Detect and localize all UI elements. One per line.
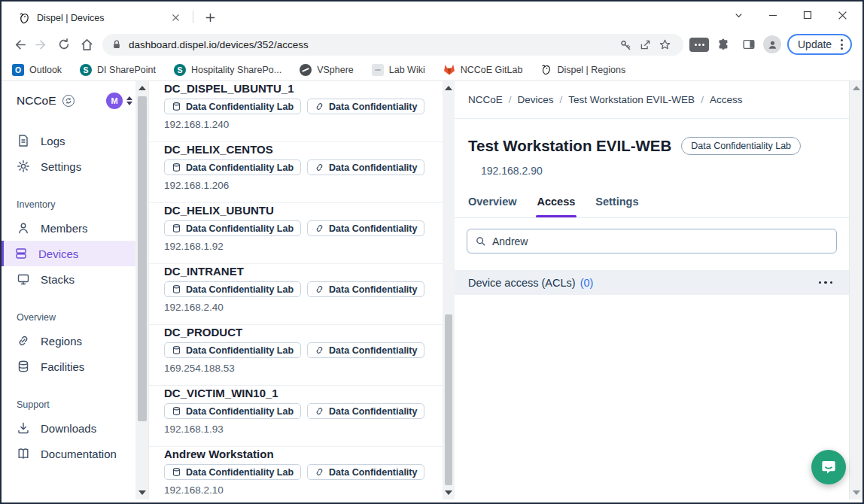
minimize-button[interactable]: [756, 2, 790, 29]
page-title: Test Workstation EVIL-WEB: [468, 137, 671, 155]
bookmark-dispel-regions[interactable]: Dispel | Regions: [540, 64, 625, 75]
device-list: DC_DISPEL_UBUNTU_1 Data Confidentiality …: [149, 81, 443, 499]
back-icon[interactable]: [8, 33, 30, 56]
device-row-dc-intranet[interactable]: DC_INTRANET Data Confidentiality Lab Dat…: [149, 264, 443, 325]
new-tab-button[interactable]: [200, 8, 220, 27]
device-row-andrew-workstation[interactable]: Andrew Workstation Data Confidentiality …: [149, 447, 443, 499]
browser-tab[interactable]: Dispel | Devices: [9, 5, 188, 30]
maximize-button[interactable]: [790, 2, 825, 29]
sidebar-item-members[interactable]: Members: [17, 215, 135, 241]
book-icon: [17, 447, 30, 460]
scrollbar-thumb[interactable]: [138, 96, 147, 421]
extensions-puzzle-icon[interactable]: [712, 33, 735, 56]
breadcrumb-devices[interactable]: Devices: [518, 94, 554, 105]
device-list-scrollbar[interactable]: [443, 81, 455, 499]
bookmark-vsphere[interactable]: VSphere: [300, 64, 354, 76]
download-icon: [17, 421, 30, 435]
breadcrumb: NCCoE / Devices / Test Workstation EVIL-…: [455, 81, 849, 119]
device-row-dc-product[interactable]: DC_PRODUCT Data Confidentiality Lab Data…: [149, 325, 443, 386]
sidebar-scrollbar[interactable]: [135, 81, 149, 499]
scroll-down-icon[interactable]: [853, 490, 860, 495]
section-support: Support: [17, 394, 135, 415]
bookmark-nccoe-gitlab[interactable]: NCCoE GitLab: [443, 64, 523, 75]
chat-bubble-button[interactable]: [811, 450, 846, 484]
device-row-dc-victim-win10-1[interactable]: DC_VICTIM_WIN10_1 Data Confidentiality L…: [149, 386, 443, 447]
tag-region: Data Confidentiality: [307, 99, 424, 114]
logs-doc-icon: [17, 134, 30, 147]
account-chevrons-icon[interactable]: [126, 96, 132, 105]
search-input[interactable]: [492, 235, 829, 247]
tag-region: Data Confidentiality: [307, 220, 424, 236]
tag-region: Data Confidentiality: [307, 464, 424, 480]
bookmark-di-sharepoint[interactable]: S DI SharePoint: [80, 64, 156, 76]
share-icon[interactable]: [635, 35, 655, 54]
tag-lab: Data Confidentiality Lab: [164, 464, 301, 480]
home-icon[interactable]: [75, 33, 98, 56]
device-ip: 192.168.1.206: [164, 180, 443, 191]
device-detail-panel: NCCoE / Devices / Test Workstation EVIL-…: [455, 81, 849, 499]
device-row-dc-helix-centos[interactable]: DC_HELIX_CENTOS Data Confidentiality Lab…: [149, 142, 443, 203]
password-key-icon[interactable]: [616, 35, 635, 54]
tag-region: Data Confidentiality: [307, 403, 424, 419]
reload-icon[interactable]: [53, 33, 75, 56]
sidebar-item-logs[interactable]: Logs: [17, 128, 135, 153]
device-row-dc-dispel-ubuntu-1[interactable]: DC_DISPEL_UBUNTU_1 Data Confidentiality …: [149, 81, 443, 142]
link-icon: [315, 284, 324, 294]
close-button[interactable]: [825, 2, 859, 29]
sidebar-item-facilities[interactable]: Facilities: [17, 354, 135, 379]
bookmark-star-icon[interactable]: [655, 35, 674, 54]
sidebar-item-downloads[interactable]: Downloads: [17, 415, 135, 441]
scroll-up-icon[interactable]: [138, 86, 146, 90]
user-avatar[interactable]: M: [106, 93, 123, 109]
sidebar-item-documentation[interactable]: Documentation: [17, 441, 135, 466]
device-name: DC_HELIX_UBUNTU: [164, 204, 443, 217]
url-text[interactable]: dashboard.dispel.io/devices/352/access: [129, 39, 616, 50]
scrollbar-thumb[interactable]: [445, 314, 452, 485]
scroll-up-icon[interactable]: [853, 86, 860, 90]
tab-close-icon[interactable]: [169, 11, 182, 25]
acl-section-header: Device access (ACLs) (0): [455, 270, 849, 295]
org-switch-icon[interactable]: [62, 95, 75, 107]
org-name: NCCoE: [17, 94, 56, 108]
sidebar-item-devices[interactable]: Devices: [2, 241, 135, 266]
tag-lab: Data Confidentiality Lab: [164, 99, 301, 114]
link-icon: [315, 345, 324, 355]
page-scrollbar[interactable]: [849, 81, 862, 499]
update-button[interactable]: Update: [787, 34, 852, 55]
detail-tabs: Overview Access Settings: [455, 196, 849, 218]
device-ip: 192.168.2.10: [164, 484, 443, 496]
acl-menu-icon[interactable]: [816, 278, 836, 287]
tab-overview[interactable]: Overview: [468, 196, 517, 217]
sidebar-item-regions[interactable]: Regions: [17, 328, 135, 354]
extension-dots-icon[interactable]: [689, 38, 709, 52]
breadcrumb-device[interactable]: Test Workstation EVIL-WEB: [568, 94, 695, 105]
forward-icon[interactable]: [30, 33, 53, 56]
window-chevron-icon[interactable]: [721, 2, 756, 29]
browser-menu-icon[interactable]: [838, 36, 846, 53]
acl-search-box[interactable]: [467, 229, 837, 254]
address-bar[interactable]: dashboard.dispel.io/devices/352/access: [102, 34, 683, 56]
monitor-icon: [17, 272, 30, 286]
link-icon: [17, 334, 30, 348]
device-name: DC_VICTIM_WIN10_1: [164, 387, 443, 399]
bookmark-outlook[interactable]: O Outlook: [12, 64, 62, 76]
scroll-down-icon[interactable]: [138, 490, 146, 495]
tab-settings[interactable]: Settings: [595, 196, 638, 217]
section-inventory: Inventory: [17, 194, 135, 215]
sidebar-item-settings[interactable]: Settings: [17, 153, 135, 179]
breadcrumb-nccoe[interactable]: NCCoE: [468, 94, 503, 105]
device-ip-value: 192.168.2.90: [481, 165, 849, 177]
tag-lab: Data Confidentiality Lab: [164, 342, 301, 358]
bookmark-lab-wiki[interactable]: Lab Wiki: [372, 64, 425, 76]
scroll-down-icon[interactable]: [445, 490, 452, 495]
update-label: Update: [798, 38, 832, 50]
sidebar-item-stacks[interactable]: Stacks: [17, 266, 135, 292]
side-panel-icon[interactable]: [738, 33, 760, 56]
link-icon: [315, 406, 324, 416]
device-row-dc-helix-ubuntu[interactable]: DC_HELIX_UBUNTU Data Confidentiality Lab…: [149, 203, 443, 264]
tab-access[interactable]: Access: [537, 196, 576, 217]
scroll-up-icon[interactable]: [445, 86, 452, 90]
bookmark-hospitality-sharepoint[interactable]: S Hospitality SharePo...: [174, 64, 281, 76]
browser-profile-avatar[interactable]: [763, 35, 781, 53]
breadcrumb-access[interactable]: Access: [710, 94, 743, 105]
